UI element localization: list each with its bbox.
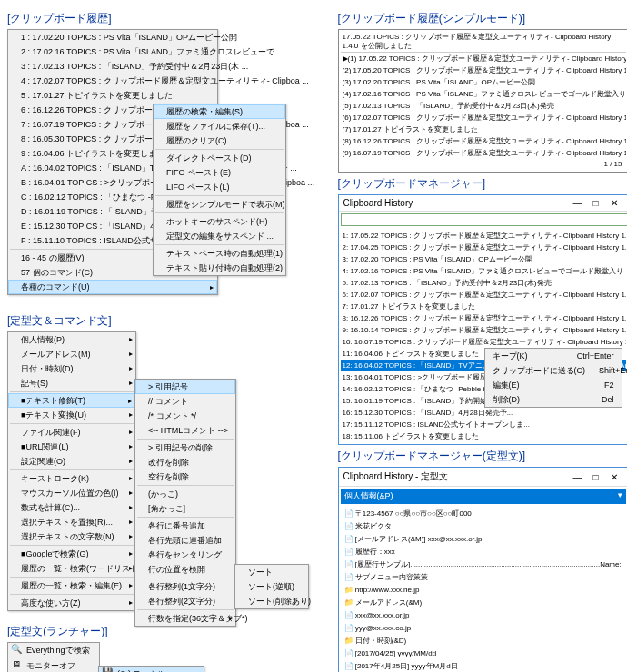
history-item[interactable]: 3 : 17.02.13 TOPICS : 「ISLAND」予約受付中＆2月23… [8,59,217,74]
filter-input[interactable] [341,213,627,226]
history-item[interactable]: 2: 17.04.25 TOPICS : クリップボード履歴＆定型文ユーティリテ… [341,242,626,253]
history-item[interactable]: (5) 17.02.13 TOPICS : 「ISLAND」予約受付中＆2月23… [341,100,626,112]
history-footer-item[interactable]: 各種のコマンド(U)▸ [8,280,217,294]
minimize-button[interactable]: — [569,472,587,482]
context-menu-item[interactable]: 編集(E)F2 [485,378,622,392]
submenu-item[interactable]: LIFO ペースト(L) [154,180,285,194]
history-item[interactable]: ▶(1) 17.05.22 TOPICS : クリップボード履歴＆定型文ユーティ… [341,53,626,64]
submenu-item[interactable]: 定型文の編集をサスペンド ... [154,229,285,243]
submenu-item[interactable]: <-- HTMLコメント --> [135,423,235,438]
history-item[interactable]: (4) 17.02.16 TOPICS : PS Vita「ISLAND」ファミ… [341,88,626,100]
launcher-item[interactable]: Everythingで検索🔍 [8,643,99,658]
category-combo[interactable]: 個人情報(&P)▾ [341,489,626,504]
history-item[interactable]: 10: 16.07.19 TOPICS : クリップボード履歴＆定型文ユーティリ… [341,336,626,348]
submenu-item[interactable]: > 引用記号の削除 [135,440,235,455]
history-item[interactable]: 18: 15.11.06 トピイラストを変更しました [341,430,626,442]
submenu-item[interactable]: ソート(逆順) [235,579,308,594]
history-item[interactable]: 3: 17.02.20 TOPICS : PS Vita「ISLAND」OPムー… [341,253,626,265]
history-item[interactable]: 1 : 17.02.20 TOPICS : PS Vita「ISLAND」OPム… [8,30,217,44]
tree-item[interactable]: [履歴行サンプル]...............................… [341,558,626,571]
submenu-item[interactable]: ホットキーのサスペンド(H) [154,214,285,229]
submenu-item[interactable]: ソート(削除あり) [235,594,308,608]
context-menu-item[interactable]: クリップボードに送る(C)Shift+Enter [485,363,622,378]
history-item[interactable]: 6: 17.02.07 TOPICS : クリップボード履歴＆定型文ユーティリテ… [341,289,626,301]
snippet-item[interactable]: 個人情報(P)▸ [8,332,135,347]
tree-item[interactable]: サブメニュー内容策策 [341,571,626,584]
minimize-button[interactable]: — [569,198,587,208]
snippet-item[interactable]: 記号(S)▸ [8,376,135,390]
maximize-button[interactable]: □ [587,472,605,482]
context-menu-item[interactable]: 削除(D)Del [485,392,622,407]
snippet-item[interactable]: 日付・時刻(D)▸ [8,361,135,376]
submenu-item[interactable]: ダイレクトペースト(D) [154,151,285,165]
snippet-item[interactable]: ■Googleで検索(G)▸ [8,547,135,561]
close-button[interactable]: ✕ [605,472,623,482]
maximize-button[interactable]: □ [587,198,605,208]
history-item[interactable]: 5: 17.02.13 TOPICS : 「ISLAND」予約受付中＆2月23日… [341,277,626,289]
submenu-item[interactable]: 各行整列(2文字分) [135,594,235,608]
submenu-item[interactable]: 各行をセンタリング [135,548,235,562]
submenu-item[interactable]: // コメント [135,394,235,409]
launcher-item[interactable]: モニターオフ🖥 [8,658,99,672]
drive-item[interactable]: (C:) ローカル💾 [99,667,204,672]
submenu-item[interactable]: FIFO ペースト(E) [154,165,285,180]
snippet-item[interactable]: ファイル関連(F)▸ [8,425,135,440]
submenu-item[interactable]: 履歴のクリア(C)... [154,133,285,148]
snippet-item[interactable]: 高度な使い方(Z)▸ [8,596,135,610]
tree-item[interactable]: 〒123-4567 ○○県○○市○○区○○町000 [341,508,626,520]
submenu-item[interactable]: 改行を削除 [135,455,235,469]
snippet-item[interactable]: メールアドレス(M)▸ [8,347,135,361]
close-button[interactable]: ✕ [605,198,623,208]
history-item[interactable]: 17: 15.11.12 TOPICS : ISLAND公式サイトオープンしま.… [341,419,626,430]
submenu-item[interactable]: 履歴の検索・編集(S)... [154,104,285,119]
snippet-item[interactable]: キーストローク(K)▸ [8,471,135,486]
history-item[interactable]: (9) 16.07.19 TOPICS : クリップボード履歴＆定型文ユーティリ… [341,147,626,159]
history-item[interactable]: 16: 15.12.30 TOPICS : 「ISLAND」4月28日発売予..… [341,407,626,419]
history-item[interactable]: 4: 17.02.16 TOPICS : PS Vita「ISLAND」ファミ通… [341,265,626,277]
tree-item[interactable]: yyy@xx.xxx.co.jp [341,622,626,635]
context-menu-item[interactable]: キープ(K)Ctrl+Enter [485,349,622,363]
snippet-item[interactable]: 履歴の一覧・検索(ワードリスト付)(J)▸ [8,561,135,576]
history-item[interactable]: (8) 16.12.26 TOPICS : クリップボード履歴＆定型文ユーティリ… [341,135,626,147]
submenu-item[interactable]: 各行先頭に連番追加 [135,533,235,548]
snippet-item[interactable]: ■URL関連(L)▸ [8,440,135,454]
tree-item[interactable]: [2017年4月25日] yyyy年M月d日 [341,660,626,672]
history-item[interactable]: 9: 16.10.14 TOPICS : クリップボード履歴＆定型文ユーティリテ… [341,324,626,336]
submenu-item[interactable]: 各行整列(1文字分) [135,579,235,594]
history-item[interactable]: 7: 17.01.27 トピイラストを変更しました [341,301,626,312]
tree-item[interactable]: 日付・時刻(&D) [341,635,626,647]
history-item[interactable]: 4 : 17.02.07 TOPICS : クリップボード履歴＆定型文ユーティリ… [8,74,217,88]
tree-item[interactable]: メールアドレス(&M) [341,597,626,609]
history-item[interactable]: 1: 17.05.22 TOPICS : クリップボード履歴＆定型文ユーティリテ… [341,230,626,242]
snippet-item[interactable]: 選択テキストを置換(R)...▸ [8,515,135,529]
tree-item[interactable]: 履歴行：xxx [341,546,626,558]
snippet-item[interactable]: 選択テキストの文字数(N)▸ [8,529,135,544]
history-item[interactable]: (2) 17.05.20 TOPICS : クリップボード履歴＆定型文ユーティリ… [341,64,626,76]
tree-item[interactable]: [メールアドレス(&M)] xxx@xx.xxx.or.jp [341,533,626,546]
tree-item[interactable]: 米花ビクタ [341,520,626,533]
submenu-item[interactable]: 空行を削除 [135,469,235,484]
submenu-item[interactable]: 履歴をファイルに保存(T)... [154,119,285,133]
submenu-item[interactable]: [角かっこ] [135,501,235,516]
history-item[interactable]: 5 : 17.01.27 トピイラストを変更しました [8,88,217,103]
snippet-item[interactable]: 設定関連(O)▸ [8,454,135,469]
snippet-item[interactable]: マウスカーソル位置の色(I)▸ [8,486,135,500]
submenu-item[interactable]: /* コメント */ [135,409,235,423]
snippet-item[interactable]: ■テキスト変換(U)▸ [8,408,135,422]
snippet-item[interactable]: 数式を計算(C)...▸ [8,500,135,515]
history-item[interactable]: 2 : 17.02.16 TOPICS : PS Vita「ISLAND」ファミ… [8,44,217,59]
history-item[interactable]: (6) 17.02.07 TOPICS : クリップボード履歴＆定型文ユーティリ… [341,112,626,124]
history-item[interactable]: (3) 17.02.20 TOPICS : PS Vita「ISLAND」OPム… [341,76,626,88]
tree-item[interactable]: http://www.xxx.ne.jp [341,584,626,597]
submenu-item[interactable]: 各行に番号追加 [135,519,235,533]
submenu-item[interactable]: (かっこ) [135,487,235,501]
submenu-item[interactable]: 行の位置を検開 [135,562,235,577]
submenu-item[interactable]: ソート [235,565,308,579]
submenu-item[interactable]: 履歴をシンプルモードで表示(M) [154,197,285,212]
submenu-item[interactable]: 行数を指定(36文字＆タブ*)▸ [135,611,235,626]
history-item[interactable]: (7) 17.01.27 トピイラストを変更しました [341,124,626,135]
submenu-item[interactable]: > 引用記号 [135,380,235,394]
tree-item[interactable]: xxx@xx.xxx.or.jp [341,609,626,622]
tree-item[interactable]: [2017/04/25] yyyy/MM/dd [341,647,626,660]
snippet-item[interactable]: ■テキスト修飾(T)▸ [8,393,135,408]
